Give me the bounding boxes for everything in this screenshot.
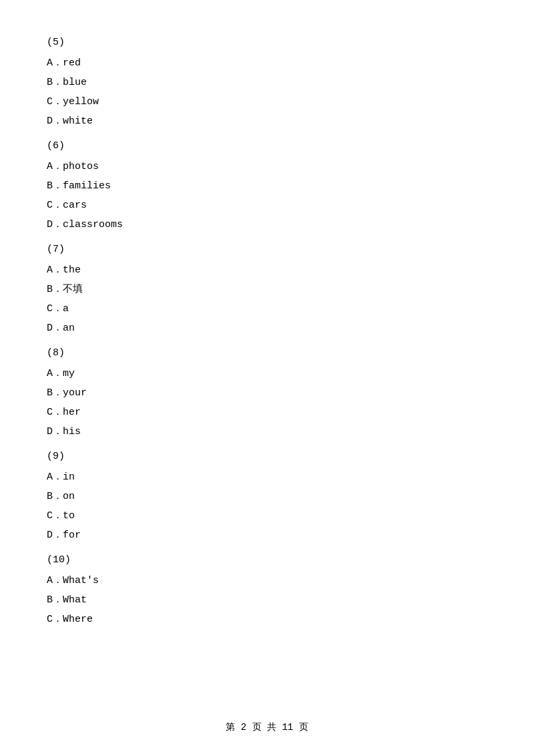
option-q5-1: B．blue [47, 73, 487, 91]
question-number-q10: (10) [47, 551, 487, 569]
page-footer: 第 2 页 共 11 页 [0, 719, 534, 736]
option-q9-2: C．to [47, 507, 487, 525]
option-q7-3: D．an [47, 319, 487, 337]
option-q10-2: C．Where [47, 610, 487, 628]
option-q9-0: A．in [47, 468, 487, 486]
option-q6-3: D．classrooms [47, 216, 487, 234]
question-q5: (5)A．redB．blueC．yellowD．white [47, 33, 487, 130]
question-q8: (8)A．myB．yourC．herD．his [47, 344, 487, 441]
option-q7-2: C．a [47, 300, 487, 318]
questions-container: (5)A．redB．blueC．yellowD．white(6)A．photos… [47, 33, 487, 628]
question-q9: (9)A．inB．onC．toD．for [47, 447, 487, 544]
footer-text: 第 2 页 共 11 页 [226, 722, 308, 733]
question-number-q9: (9) [47, 447, 487, 465]
option-q10-0: A．What's [47, 572, 487, 590]
option-q9-3: D．for [47, 526, 487, 544]
option-q8-1: B．your [47, 384, 487, 402]
option-q7-0: A．the [47, 261, 487, 279]
option-q5-0: A．red [47, 54, 487, 72]
option-q5-2: C．yellow [47, 93, 487, 111]
question-number-q8: (8) [47, 344, 487, 362]
question-number-q5: (5) [47, 33, 487, 51]
option-q6-2: C．cars [47, 196, 487, 214]
question-q6: (6)A．photosB．familiesC．carsD．classrooms [47, 137, 487, 234]
option-q6-0: A．photos [47, 158, 487, 176]
option-q8-3: D．his [47, 423, 487, 441]
question-number-q6: (6) [47, 137, 487, 155]
option-q5-3: D．white [47, 112, 487, 130]
question-q7: (7)A．theB．不填C．aD．an [47, 240, 487, 337]
question-q10: (10)A．What'sB．WhatC．Where [47, 551, 487, 628]
option-q8-0: A．my [47, 365, 487, 383]
question-number-q7: (7) [47, 240, 487, 258]
option-q8-2: C．her [47, 403, 487, 421]
option-q9-1: B．on [47, 488, 487, 506]
option-q7-1: B．不填 [47, 280, 487, 299]
option-q10-1: B．What [47, 591, 487, 609]
option-q6-1: B．families [47, 177, 487, 195]
